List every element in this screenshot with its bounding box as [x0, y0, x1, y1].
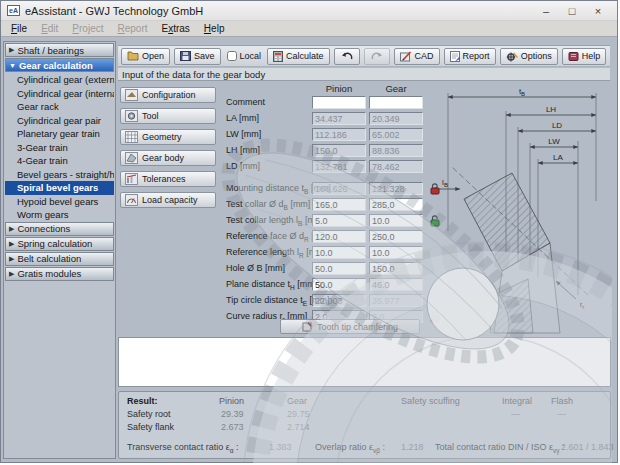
window-title: eAssistant - GWJ Technology GmbH	[25, 5, 203, 17]
local-checkbox-input[interactable]	[227, 51, 237, 61]
help-button[interactable]: Help	[562, 48, 607, 65]
mounting-distance-gear-field	[369, 182, 423, 195]
safety-root-pinion-value: 29.39	[221, 409, 244, 419]
sidebar-group-gratis-modules[interactable]: ▶Gratis modules	[5, 267, 114, 281]
mounting-distance-pinion-field	[312, 182, 366, 195]
sidebar-group-shaft-bearings[interactable]: ▶Shaft / bearings	[5, 43, 114, 57]
hole-diameter-pinion-input[interactable]	[312, 262, 366, 275]
reference-length-gear-input[interactable]	[369, 246, 423, 259]
lock-icon[interactable]	[428, 182, 441, 195]
toolbar: Open Save Local Calculate CAD Report Opt…	[118, 45, 610, 67]
reference-face-diameter-pinion-input[interactable]	[312, 230, 366, 243]
safety-root-gear-value: 29.75	[287, 409, 310, 419]
transverse-contact-ratio-label: Transverse contact ratio εα :	[127, 442, 239, 454]
sidebar-item-spiral-bevel-gears[interactable]: Spiral bevel gears	[5, 181, 114, 195]
transverse-contact-ratio-value: 1.383	[269, 442, 292, 452]
sidebar-item-4-gear-train[interactable]: 4-Gear train	[5, 154, 114, 168]
sidebar-item-cylindrical-gear-pair[interactable]: Cylindrical gear pair	[5, 114, 114, 128]
sidebar-group-gear-calculation[interactable]: ▼Gear calculation	[5, 58, 114, 72]
lw-gear-field	[369, 128, 423, 141]
sidebar-item-bevel-gears[interactable]: Bevel gears - straight/helical	[5, 168, 114, 182]
tip-circle-distance-gear-field	[369, 294, 423, 307]
maximize-button[interactable]: □	[559, 2, 585, 20]
form-row-hole-diameter: Hole Ø B [mm]	[118, 262, 610, 275]
sidebar-item-planetary-gear-train[interactable]: Planetary gear train	[5, 127, 114, 141]
plane-distance-label: Plane distance tH [mm]	[226, 279, 317, 291]
sidebar-group-connections[interactable]: ▶Connections	[5, 222, 114, 236]
test-collar-diameter-label: Test collar Ø dB [mm]	[226, 199, 310, 211]
safety-root-label: Safety root	[127, 409, 171, 419]
report-document-icon	[450, 51, 460, 62]
form-row-reference-face-diameter: Reference face Ø dR [mm]	[118, 230, 610, 243]
sidebar-item-cylindrical-gear-external[interactable]: Cylindrical gear (external)	[5, 73, 114, 87]
comment-pinion-input[interactable]	[312, 96, 366, 109]
minimize-button[interactable]: –	[533, 2, 559, 20]
lw-pinion-field	[312, 128, 366, 141]
options-button[interactable]: Options	[500, 48, 558, 65]
menu-file[interactable]: File	[4, 22, 34, 35]
menu-help[interactable]: Help	[197, 22, 232, 35]
lock-icon[interactable]	[428, 310, 441, 323]
folder-open-icon	[127, 51, 139, 61]
la-label: LA [mm]	[226, 113, 259, 123]
total-contact-ratio-value: 2.601 / 1.843	[561, 442, 614, 452]
result-col-integral: Integral	[502, 396, 532, 406]
safety-scuffing-flash-value: ---	[557, 409, 566, 419]
report-button[interactable]: Report	[444, 48, 496, 65]
sidebar-item-gear-rack[interactable]: Gear rack	[5, 100, 114, 114]
test-collar-length-pinion-input[interactable]	[312, 214, 366, 227]
total-contact-ratio-label: Total contact ratio DIN / ISO εvγ :	[435, 442, 565, 454]
safety-flank-pinion-value: 2.673	[221, 422, 244, 432]
tip-circle-distance-pinion-field	[312, 294, 366, 307]
test-collar-diameter-pinion-input[interactable]	[312, 198, 366, 211]
form-row-tip-circle-distance: Tip circle distance tE [mm]	[118, 294, 610, 307]
reference-length-pinion-input[interactable]	[312, 246, 366, 259]
sidebar-item-3-gear-train[interactable]: 3-Gear train	[5, 141, 114, 155]
ld-gear-field	[369, 160, 423, 173]
sidebar-group-belt-calculation[interactable]: ▶Belt calculation	[5, 252, 114, 266]
lh-label: LH [mm]	[226, 145, 260, 155]
ld-label: LD [mm]	[226, 161, 260, 171]
overlap-ratio-label: Overlap ratio εvβ :	[315, 442, 385, 454]
close-button[interactable]: ×	[585, 2, 611, 20]
result-panel: Result: Pinion Gear Safety scuffing Inte…	[118, 391, 611, 459]
reference-face-diameter-gear-input[interactable]	[369, 230, 423, 243]
menu-extras[interactable]: Extras	[155, 22, 197, 35]
app-icon: eA	[7, 5, 20, 16]
plane-distance-pinion-input[interactable]	[312, 278, 366, 291]
sidebar-item-hypoid-bevel-gears[interactable]: Hypoid bevel gears	[5, 195, 114, 209]
calculate-button[interactable]: Calculate	[267, 48, 330, 65]
hole-diameter-gear-input[interactable]	[369, 262, 423, 275]
test-collar-length-gear-input[interactable]	[369, 214, 423, 227]
menu-bar: File Edit Project Report Extras Help	[1, 21, 617, 37]
form-row-reference-length: Reference length lR [mm]	[118, 246, 610, 259]
tooth-tip-chamfering-button[interactable]: Tooth tip chamfering	[280, 319, 420, 334]
plane-distance-gear-input[interactable]	[369, 278, 423, 291]
open-button[interactable]: Open	[121, 48, 170, 65]
cad-icon	[400, 51, 412, 62]
comment-gear-input[interactable]	[369, 96, 423, 109]
redo-arrow-icon	[371, 51, 383, 61]
sidebar-group-spring-calculation[interactable]: ▶Spring calculation	[5, 237, 114, 251]
main-area: Open Save Local Calculate CAD Report Opt…	[118, 37, 610, 459]
save-button[interactable]: Save	[174, 48, 221, 65]
test-collar-length-label: Test collar length lB [mm]	[226, 215, 325, 227]
form-row-mounting-distance: Mounting distance tB [mm]	[118, 182, 610, 195]
chevron-right-icon: ▶	[9, 270, 14, 278]
status-line: Input of the data for the gear body	[118, 68, 610, 81]
hole-diameter-label: Hole Ø B [mm]	[226, 263, 285, 273]
pinion-column-header: Pinion	[312, 83, 366, 94]
test-collar-diameter-gear-input[interactable]	[369, 198, 423, 211]
local-checkbox[interactable]: Local	[225, 51, 264, 61]
unlock-icon[interactable]	[428, 214, 441, 227]
undo-button[interactable]	[334, 48, 360, 65]
form-row-la: LA [mm]	[118, 112, 610, 125]
sidebar-item-cylindrical-gear-internal[interactable]: Cylindrical gear (internal)	[5, 87, 114, 101]
cad-button[interactable]: CAD	[394, 48, 440, 65]
menu-edit: Edit	[34, 22, 65, 35]
la-pinion-field	[312, 112, 366, 125]
form-row-test-collar-diameter: Test collar Ø dB [mm]	[118, 198, 610, 211]
chevron-right-icon: ▶	[9, 255, 14, 263]
sidebar-item-worm-gears[interactable]: Worm gears	[5, 208, 114, 222]
result-col-flash: Flash	[551, 396, 573, 406]
